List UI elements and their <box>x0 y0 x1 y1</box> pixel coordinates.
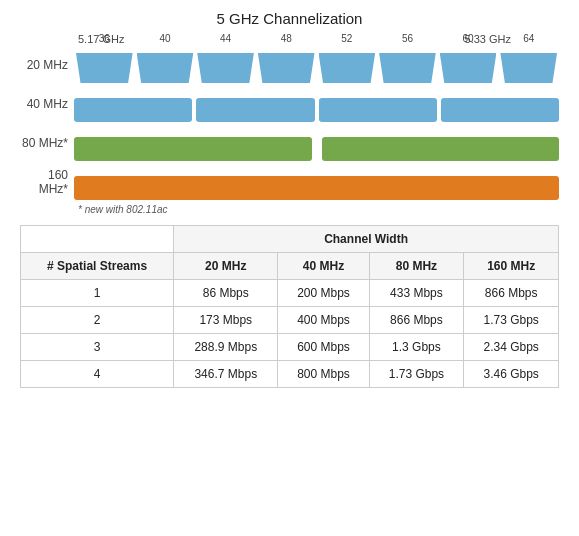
channel-numbers: 36 40 44 48 52 56 60 64 <box>74 33 559 44</box>
ch-60: 60 <box>463 33 474 44</box>
cell-20mhz: 173 Mbps <box>174 307 278 334</box>
chan-20-7 <box>440 53 497 83</box>
col-40mhz-header: 40 MHz <box>278 253 369 280</box>
cell-20mhz: 288.9 Mbps <box>174 334 278 361</box>
chan-20-6 <box>379 53 436 83</box>
bars-20mhz: 36 40 44 48 52 56 60 64 <box>74 47 559 83</box>
table-body: 1 86 Mbps 200 Mbps 433 Mbps 866 Mbps 2 1… <box>21 280 559 388</box>
ch-56: 56 <box>402 33 413 44</box>
ch-40: 40 <box>159 33 170 44</box>
chan-80-1 <box>74 137 312 161</box>
bars-40-container <box>74 98 559 122</box>
cell-160mhz: 866 Mbps <box>464 280 559 307</box>
row-80mhz: 80 MHz* <box>20 125 559 161</box>
data-table: Channel Width # Spatial Streams 20 MHz 4… <box>20 225 559 388</box>
cell-40mhz: 800 Mbps <box>278 361 369 388</box>
ch-44: 44 <box>220 33 231 44</box>
cell-40mhz: 400 Mbps <box>278 307 369 334</box>
chan-20-3 <box>197 53 254 83</box>
cell-80mhz: 866 Mbps <box>369 307 464 334</box>
channelization-diagram: 20 MHz 36 40 44 48 52 56 60 64 40 MHz <box>20 47 559 200</box>
chan-20-4 <box>258 53 315 83</box>
ch-36: 36 <box>99 33 110 44</box>
cell-20mhz: 346.7 Mbps <box>174 361 278 388</box>
chan-40-2 <box>196 98 314 122</box>
chan-80-2 <box>322 137 560 161</box>
label-80mhz: 80 MHz* <box>20 136 74 150</box>
chan-40-3 <box>319 98 437 122</box>
bars-160mhz <box>74 164 559 200</box>
table-header-row-2: # Spatial Streams 20 MHz 40 MHz 80 MHz 1… <box>21 253 559 280</box>
chan-40-1 <box>74 98 192 122</box>
table-row: 3 288.9 Mbps 600 Mbps 1.3 Gbps 2.34 Gbps <box>21 334 559 361</box>
cell-160mhz: 2.34 Gbps <box>464 334 559 361</box>
row-40mhz: 40 MHz <box>20 86 559 122</box>
spatial-streams-header: # Spatial Streams <box>21 253 174 280</box>
table-row: 1 86 Mbps 200 Mbps 433 Mbps 866 Mbps <box>21 280 559 307</box>
label-160mhz: 160 MHz* <box>20 168 74 196</box>
cell-160mhz: 3.46 Gbps <box>464 361 559 388</box>
bars-40mhz <box>74 86 559 122</box>
chart-note: * new with 802.11ac <box>20 204 559 215</box>
cell-80mhz: 1.3 Gbps <box>369 334 464 361</box>
cell-80mhz: 433 Mbps <box>369 280 464 307</box>
row-160mhz: 160 MHz* <box>20 164 559 200</box>
label-20mhz: 20 MHz <box>20 58 74 72</box>
chan-20-1 <box>76 53 133 83</box>
cell-40mhz: 200 Mbps <box>278 280 369 307</box>
stream-cell: 4 <box>21 361 174 388</box>
table-row: 2 173 Mbps 400 Mbps 866 Mbps 1.73 Gbps <box>21 307 559 334</box>
chan-20-8 <box>500 53 557 83</box>
table-header-row-1: Channel Width <box>21 226 559 253</box>
cell-80mhz: 1.73 Gbps <box>369 361 464 388</box>
ch-52: 52 <box>341 33 352 44</box>
cell-20mhz: 86 Mbps <box>174 280 278 307</box>
row-20mhz: 20 MHz 36 40 44 48 52 56 60 64 <box>20 47 559 83</box>
cell-40mhz: 600 Mbps <box>278 334 369 361</box>
chart-title: 5 GHz Channelization <box>20 10 559 27</box>
table-row: 4 346.7 Mbps 800 Mbps 1.73 Gbps 3.46 Gbp… <box>21 361 559 388</box>
stream-cell: 1 <box>21 280 174 307</box>
ch-48: 48 <box>281 33 292 44</box>
ch-64: 64 <box>523 33 534 44</box>
chan-160-1 <box>74 176 559 200</box>
bars-80-container <box>74 137 559 161</box>
label-40mhz: 40 MHz <box>20 97 74 111</box>
col-160mhz-header: 160 MHz <box>464 253 559 280</box>
bars-80mhz <box>74 125 559 161</box>
col-20mhz-header: 20 MHz <box>174 253 278 280</box>
channel-width-header: Channel Width <box>174 226 559 253</box>
chan-40-4 <box>441 98 559 122</box>
chan-20-5 <box>319 53 376 83</box>
col-80mhz-header: 80 MHz <box>369 253 464 280</box>
empty-header <box>21 226 174 253</box>
chan-20-2 <box>137 53 194 83</box>
cell-160mhz: 1.73 Gbps <box>464 307 559 334</box>
stream-cell: 3 <box>21 334 174 361</box>
stream-cell: 2 <box>21 307 174 334</box>
